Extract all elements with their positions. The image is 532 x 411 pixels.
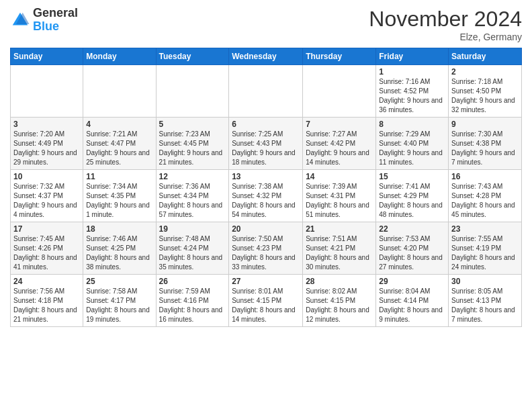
day-info: Sunrise: 7:41 AM Sunset: 4:29 PM Dayligh… (379, 182, 445, 220)
day-cell: 16Sunrise: 7:43 AM Sunset: 4:28 PM Dayli… (449, 170, 522, 222)
day-cell: 6Sunrise: 7:25 AM Sunset: 4:43 PM Daylig… (229, 118, 303, 170)
day-info: Sunrise: 7:56 AM Sunset: 4:18 PM Dayligh… (13, 287, 80, 324)
day-number: 30 (451, 277, 519, 286)
day-info: Sunrise: 7:18 AM Sunset: 4:50 PM Dayligh… (451, 77, 519, 115)
day-number: 15 (379, 172, 445, 181)
week-row-1: 1Sunrise: 7:16 AM Sunset: 4:52 PM Daylig… (11, 65, 522, 118)
header-tuesday: Tuesday (156, 48, 229, 65)
day-info: Sunrise: 8:04 AM Sunset: 4:14 PM Dayligh… (379, 287, 445, 324)
month-title: November 2024 (369, 7, 522, 32)
day-info: Sunrise: 7:39 AM Sunset: 4:31 PM Dayligh… (306, 182, 373, 220)
header: General Blue November 2024 Elze, Germany (10, 7, 522, 42)
day-info: Sunrise: 7:46 AM Sunset: 4:25 PM Dayligh… (86, 234, 152, 272)
day-info: Sunrise: 7:45 AM Sunset: 4:26 PM Dayligh… (13, 234, 80, 272)
week-row-4: 17Sunrise: 7:45 AM Sunset: 4:26 PM Dayli… (11, 222, 522, 275)
day-cell: 17Sunrise: 7:45 AM Sunset: 4:26 PM Dayli… (11, 222, 83, 275)
day-info: Sunrise: 8:02 AM Sunset: 4:15 PM Dayligh… (306, 287, 373, 324)
day-number: 10 (13, 172, 80, 181)
day-info: Sunrise: 7:29 AM Sunset: 4:40 PM Dayligh… (379, 130, 445, 167)
day-number: 5 (159, 120, 226, 129)
day-cell (303, 65, 376, 118)
day-info: Sunrise: 7:23 AM Sunset: 4:45 PM Dayligh… (159, 130, 226, 167)
day-info: Sunrise: 7:38 AM Sunset: 4:32 PM Dayligh… (232, 182, 300, 220)
header-monday: Monday (83, 48, 156, 65)
day-cell: 19Sunrise: 7:48 AM Sunset: 4:24 PM Dayli… (156, 222, 229, 275)
day-cell: 20Sunrise: 7:50 AM Sunset: 4:23 PM Dayli… (229, 222, 303, 275)
day-number: 2 (451, 67, 519, 77)
day-number: 9 (451, 120, 519, 129)
title-block: November 2024 Elze, Germany (369, 7, 522, 42)
logo-text: General Blue (33, 7, 78, 34)
day-info: Sunrise: 7:20 AM Sunset: 4:49 PM Dayligh… (13, 130, 80, 167)
day-cell: 18Sunrise: 7:46 AM Sunset: 4:25 PM Dayli… (83, 222, 156, 275)
day-cell: 22Sunrise: 7:53 AM Sunset: 4:20 PM Dayli… (376, 222, 449, 275)
day-number: 29 (379, 277, 445, 286)
day-number: 12 (159, 172, 226, 181)
day-cell: 9Sunrise: 7:30 AM Sunset: 4:38 PM Daylig… (449, 118, 522, 170)
day-cell: 15Sunrise: 7:41 AM Sunset: 4:29 PM Dayli… (376, 170, 449, 222)
logo-blue: Blue (33, 19, 59, 33)
day-info: Sunrise: 7:51 AM Sunset: 4:21 PM Dayligh… (306, 234, 373, 272)
day-cell (229, 65, 303, 118)
day-cell: 28Sunrise: 8:02 AM Sunset: 4:15 PM Dayli… (303, 275, 376, 327)
day-number: 26 (159, 277, 226, 286)
day-number: 11 (86, 172, 152, 181)
day-number: 27 (232, 277, 300, 286)
day-number: 3 (13, 120, 80, 129)
day-cell (83, 65, 156, 118)
day-info: Sunrise: 7:21 AM Sunset: 4:47 PM Dayligh… (86, 130, 152, 167)
day-number: 4 (86, 120, 152, 129)
week-row-5: 24Sunrise: 7:56 AM Sunset: 4:18 PM Dayli… (11, 275, 522, 327)
day-number: 25 (86, 277, 152, 286)
day-cell: 3Sunrise: 7:20 AM Sunset: 4:49 PM Daylig… (11, 118, 83, 170)
day-info: Sunrise: 7:50 AM Sunset: 4:23 PM Dayligh… (232, 234, 300, 272)
day-number: 23 (451, 224, 519, 234)
day-info: Sunrise: 8:05 AM Sunset: 4:13 PM Dayligh… (451, 287, 519, 324)
day-info: Sunrise: 7:58 AM Sunset: 4:17 PM Dayligh… (86, 287, 152, 324)
day-info: Sunrise: 7:34 AM Sunset: 4:35 PM Dayligh… (86, 182, 152, 220)
header-thursday: Thursday (303, 48, 376, 65)
day-info: Sunrise: 7:32 AM Sunset: 4:37 PM Dayligh… (13, 182, 80, 220)
calendar-table: Sunday Monday Tuesday Wednesday Thursday… (10, 48, 522, 327)
day-number: 22 (379, 224, 445, 234)
day-cell: 7Sunrise: 7:27 AM Sunset: 4:42 PM Daylig… (303, 118, 376, 170)
day-info: Sunrise: 8:01 AM Sunset: 4:15 PM Dayligh… (232, 287, 300, 324)
logo-icon (10, 10, 30, 30)
day-info: Sunrise: 7:59 AM Sunset: 4:16 PM Dayligh… (159, 287, 226, 324)
day-cell: 4Sunrise: 7:21 AM Sunset: 4:47 PM Daylig… (83, 118, 156, 170)
calendar-header-row: Sunday Monday Tuesday Wednesday Thursday… (11, 48, 522, 65)
day-number: 8 (379, 120, 445, 129)
logo-general: General (33, 6, 78, 19)
page: General Blue November 2024 Elze, Germany… (0, 0, 532, 411)
day-cell: 23Sunrise: 7:55 AM Sunset: 4:19 PM Dayli… (449, 222, 522, 275)
day-info: Sunrise: 7:25 AM Sunset: 4:43 PM Dayligh… (232, 130, 300, 167)
day-cell: 21Sunrise: 7:51 AM Sunset: 4:21 PM Dayli… (303, 222, 376, 275)
day-cell: 14Sunrise: 7:39 AM Sunset: 4:31 PM Dayli… (303, 170, 376, 222)
day-cell: 12Sunrise: 7:36 AM Sunset: 4:34 PM Dayli… (156, 170, 229, 222)
day-number: 21 (306, 224, 373, 234)
day-number: 28 (306, 277, 373, 286)
day-info: Sunrise: 7:30 AM Sunset: 4:38 PM Dayligh… (451, 130, 519, 167)
header-saturday: Saturday (449, 48, 522, 65)
logo: General Blue (10, 7, 78, 34)
day-number: 24 (13, 277, 80, 286)
day-cell: 8Sunrise: 7:29 AM Sunset: 4:40 PM Daylig… (376, 118, 449, 170)
header-friday: Friday (376, 48, 449, 65)
week-row-3: 10Sunrise: 7:32 AM Sunset: 4:37 PM Dayli… (11, 170, 522, 222)
header-wednesday: Wednesday (229, 48, 303, 65)
day-number: 20 (232, 224, 300, 234)
day-cell: 10Sunrise: 7:32 AM Sunset: 4:37 PM Dayli… (11, 170, 83, 222)
header-sunday: Sunday (11, 48, 83, 65)
day-info: Sunrise: 7:48 AM Sunset: 4:24 PM Dayligh… (159, 234, 226, 272)
week-row-2: 3Sunrise: 7:20 AM Sunset: 4:49 PM Daylig… (11, 118, 522, 170)
day-cell (11, 65, 83, 118)
day-number: 18 (86, 224, 152, 234)
day-cell: 27Sunrise: 8:01 AM Sunset: 4:15 PM Dayli… (229, 275, 303, 327)
day-cell: 24Sunrise: 7:56 AM Sunset: 4:18 PM Dayli… (11, 275, 83, 327)
day-number: 16 (451, 172, 519, 181)
day-cell: 13Sunrise: 7:38 AM Sunset: 4:32 PM Dayli… (229, 170, 303, 222)
day-number: 14 (306, 172, 373, 181)
day-cell: 1Sunrise: 7:16 AM Sunset: 4:52 PM Daylig… (376, 65, 449, 118)
day-cell: 26Sunrise: 7:59 AM Sunset: 4:16 PM Dayli… (156, 275, 229, 327)
day-number: 13 (232, 172, 300, 181)
